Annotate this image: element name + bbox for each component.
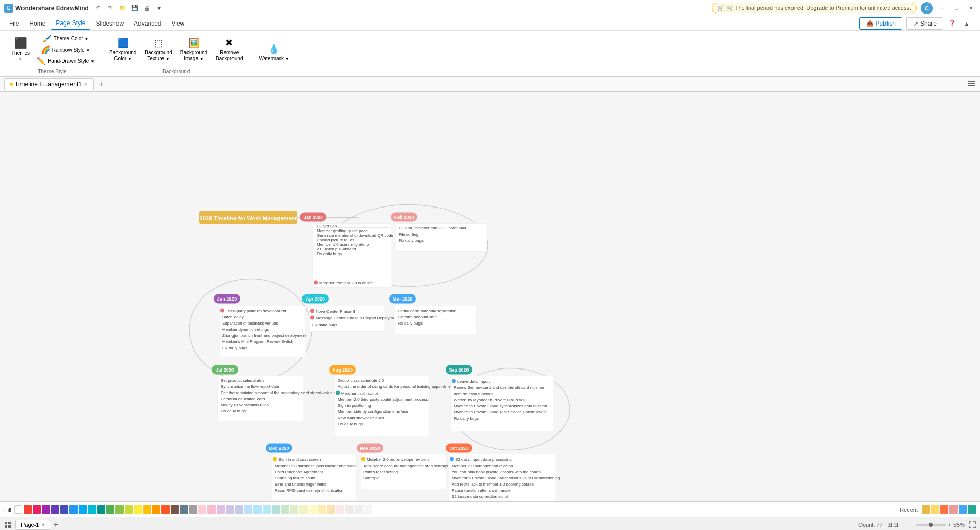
user-avatar[interactable]: C [921,2,933,14]
color-blue[interactable] [69,505,78,514]
color-light-green-light[interactable] [290,505,298,514]
page-1-tab[interactable]: Page-1 ▼ [15,520,51,530]
fullscreen-btn[interactable]: ⛶ [899,521,905,528]
svg-text:Myohealth Private Cloud Synchr: Myohealth Private Cloud Synchronous Join… [452,476,560,480]
recent-color-5[interactable] [959,505,967,514]
sidebar-toggle[interactable] [968,79,976,89]
bg-image-button[interactable]: 🖼️ BackgroundImage ▼ [177,35,211,64]
more-btn[interactable]: ▼ [154,3,165,13]
color-amber-light[interactable] [318,505,326,514]
color-deep-purple[interactable] [51,505,59,514]
menu-home[interactable]: Home [24,18,51,29]
menu-slideshow[interactable]: Slideshow [90,18,129,29]
color-lime-light[interactable] [299,505,308,514]
color-teal-light[interactable] [272,505,280,514]
hand-drawn-icon: ✏️ [37,57,45,65]
color-indigo[interactable] [60,505,68,514]
collapse-btn[interactable]: ▲ [962,18,972,29]
ribbon-group-theme-style: ⬛ Themes ▼ 🖌️ Theme Color ▼ 🌈 Rainbow St… [4,33,101,74]
color-pink-light[interactable] [207,505,216,514]
open-btn[interactable]: 📁 [118,3,128,13]
recent-color-6[interactable] [968,505,976,514]
menu-file[interactable]: File [4,18,24,29]
minimize-btn[interactable]: ─ [937,3,947,13]
color-red-light[interactable] [198,505,206,514]
color-purple-light[interactable] [217,505,225,514]
color-lime[interactable] [125,505,133,514]
color-cyan-light[interactable] [263,505,271,514]
menu-advanced[interactable]: Advanced [129,18,166,29]
hand-drawn-button[interactable]: ✏️ Hand-Drawn Style ▼ [35,56,97,66]
color-teal[interactable] [97,505,105,514]
undo-btn[interactable]: ↶ [93,3,103,13]
zoom-in-btn[interactable]: + [948,522,951,528]
color-white[interactable] [14,505,22,514]
color-brown[interactable] [171,505,179,514]
fit-view-btn[interactable]: ⊞ [887,521,892,528]
zoom-out-btn[interactable]: ─ [909,522,914,528]
zoom-handle[interactable] [929,523,933,527]
color-light-green[interactable] [115,505,124,514]
color-amber[interactable] [143,505,151,514]
svg-text:2020 Timeline for Work Managem: 2020 Timeline for Work Management [200,215,297,221]
color-blue-grey-light[interactable] [355,505,363,514]
svg-text:Member side dy configuration i: Member side dy configuration interface [338,409,408,414]
svg-text:You can only book private less: You can only book private lessons with t… [452,470,541,474]
theme-color-button[interactable]: 🖌️ Theme Color ▼ [35,33,97,43]
page-1-arrow[interactable]: ▼ [41,522,45,527]
tab-add-btn[interactable]: + [96,79,107,90]
grid-view-btn[interactable] [4,521,11,528]
color-grey-light[interactable] [364,505,372,514]
color-deep-orange[interactable] [161,505,170,514]
color-red[interactable] [24,505,32,514]
table-view-btn[interactable]: ⊟ [893,521,898,528]
remove-bg-button[interactable]: ✖ RemoveBackground [213,35,246,64]
color-light-blue[interactable] [79,505,87,514]
canvas-area[interactable]: 2020 Timeline for Work Management Jan 20… [0,92,980,501]
redo-btn[interactable]: ↷ [105,3,115,13]
color-green[interactable] [106,505,114,514]
color-indigo-light[interactable] [235,505,243,514]
color-green-light[interactable] [281,505,289,514]
fullscreen-expand-btn[interactable] [969,521,976,528]
rainbow-label: Rainbow Style ▼ [52,47,90,53]
color-purple[interactable] [42,505,50,514]
recent-color-4[interactable] [949,505,958,514]
page-add-btn[interactable]: + [53,520,58,529]
color-blue-grey[interactable] [180,505,188,514]
color-grey[interactable] [189,505,197,514]
share-button[interactable]: ↗ Share [906,17,943,30]
themes-button[interactable]: ⬛ Themes ▼ [8,35,33,64]
close-btn[interactable]: ✕ [966,3,976,13]
rainbow-style-button[interactable]: 🌈 Rainbow Style ▼ [35,44,97,55]
watermark-button[interactable]: 💧 Watermark ▼ [255,41,292,64]
recent-color-3[interactable] [940,505,948,514]
color-deep-orange-light[interactable] [336,505,344,514]
color-yellow-light[interactable] [309,505,317,514]
color-blue-light[interactable] [244,505,252,514]
save-btn[interactable]: 💾 [130,3,140,13]
print-btn[interactable]: 🖨 [142,3,152,13]
color-light-blue-light[interactable] [253,505,262,514]
menu-view[interactable]: View [166,18,190,29]
help-btn[interactable]: ❓ [947,18,958,29]
tab-close-btn[interactable]: ✕ [84,82,88,87]
bg-texture-button[interactable]: ⬚ BackgroundTexture ▼ [142,35,175,64]
bg-color-button[interactable]: 🟦 BackgroundColor ▼ [106,35,139,64]
publish-button[interactable]: 📤 Publish [859,17,902,30]
recent-color-1[interactable] [922,505,930,514]
color-deep-purple-light[interactable] [226,505,234,514]
menu-page-style[interactable]: Page Style [51,17,90,30]
maximize-btn[interactable]: □ [951,3,962,13]
color-brown-light[interactable] [345,505,354,514]
color-orange-light[interactable] [327,505,335,514]
svg-text:Fix daily bugs: Fix daily bugs [222,345,247,350]
color-orange[interactable] [152,505,160,514]
color-pink[interactable] [33,505,41,514]
recent-color-2[interactable] [931,505,939,514]
main-tab[interactable]: Timeline F...anagement1 ✕ [4,78,94,90]
bg-image-icon: 🖼️ [188,37,199,49]
color-yellow[interactable] [134,505,142,514]
color-cyan[interactable] [88,505,96,514]
remove-bg-label: RemoveBackground [216,50,243,62]
